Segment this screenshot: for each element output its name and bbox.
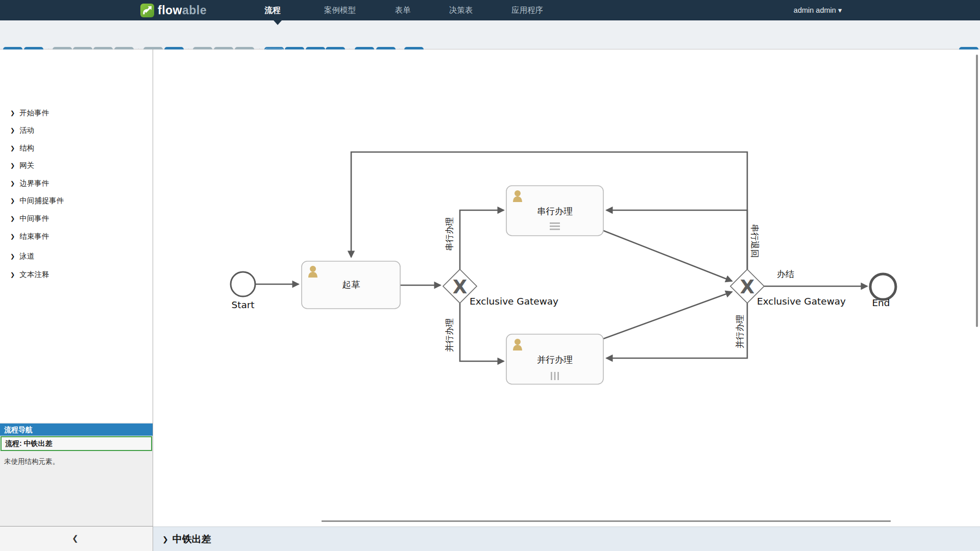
process-navigator-current[interactable]: 流程: 中铁出差 (1, 436, 152, 451)
horizontal-scrollbar[interactable] (322, 520, 891, 522)
tab-forms[interactable]: 表单 (395, 0, 411, 20)
start-event[interactable] (231, 272, 255, 296)
chevron-right-icon: ❯ (10, 197, 15, 204)
bpmn-canvas[interactable]: Start 起草 X Exclusive Gateway 串行办理 (153, 49, 980, 527)
chevron-right-icon: ❯ (10, 110, 15, 116)
tab-decision-tables[interactable]: 决策表 (449, 0, 473, 20)
palette-group-start-events[interactable]: ❯开始事件 (0, 104, 153, 121)
flow-label-to-parallel: 并行办理 (445, 318, 454, 352)
editor-toolbar: 1 ? (0, 20, 980, 49)
sidebar-footer: ❮ (0, 526, 153, 551)
end-event[interactable] (870, 274, 896, 299)
palette-group-swimlanes[interactable]: ❯泳道 (0, 247, 153, 265)
process-navigator-panel: 流程导航 流程: 中铁出差 未使用结构元素。 (0, 422, 153, 526)
user-task-draft[interactable]: 起草 (302, 261, 400, 309)
chevron-right-icon: ❯ (10, 127, 15, 134)
chevron-right-icon: ❯ (10, 162, 15, 169)
chevron-down-icon: ▾ (838, 6, 842, 14)
palette-sidebar: ❯开始事件 ❯活动 ❯结构 ❯网关 ❯边界事件 ❯中间捕捉事件 ❯中间事件 ❯结… (0, 49, 153, 527)
palette-group-structure[interactable]: ❯结构 (0, 139, 153, 157)
flow-parallel-to-gateway2[interactable] (603, 292, 732, 339)
flowable-logo-text: flowable (158, 4, 207, 17)
flow-label-serial-return: 串行退回 (750, 224, 760, 258)
palette-group-gateways[interactable]: ❯网关 (0, 157, 153, 174)
task-label: 起草 (342, 280, 360, 290)
chevron-right-icon[interactable]: ❯ (162, 535, 168, 543)
flow-gateway1-to-parallel[interactable] (460, 303, 504, 361)
start-event-label: Start (231, 299, 254, 310)
gateway-x-glyph: X (740, 276, 755, 298)
gateway1-label: Exclusive Gateway (470, 296, 558, 307)
collapse-sidebar-button[interactable]: ❮ (72, 534, 79, 543)
process-navigator-note: 未使用结构元素。 (4, 457, 59, 466)
palette-group-end-events[interactable]: ❯结束事件 (0, 228, 153, 245)
chevron-right-icon: ❯ (10, 253, 15, 260)
tab-processes[interactable]: 流程 (265, 0, 281, 20)
process-title: 中铁出差 (173, 533, 211, 546)
flow-label-parallel-return: 并行办理 (735, 315, 745, 348)
palette-group-intermediate-catching-events[interactable]: ❯中间捕捉事件 (0, 192, 153, 209)
sequence-flows[interactable] (255, 152, 867, 361)
vertical-scrollbar[interactable] (976, 55, 978, 327)
task-label: 并行办理 (537, 355, 573, 365)
top-navbar: flowable 流程 案例模型 表单 决策表 应用程序 admin admin… (0, 0, 980, 20)
flow-label-to-serial: 串行办理 (445, 217, 454, 251)
flow-label-finish: 办结 (777, 269, 794, 279)
user-task-parallel[interactable]: 并行办理 (506, 334, 603, 384)
chevron-right-icon: ❯ (10, 145, 15, 152)
palette-group-intermediate-events[interactable]: ❯中间事件 (0, 210, 153, 227)
tab-apps[interactable]: 应用程序 (511, 0, 543, 20)
palette-group-text-annotation[interactable]: ❯文本注释 (0, 266, 153, 283)
task-label: 串行办理 (537, 206, 573, 216)
sequential-multi-instance-icon (550, 222, 560, 230)
user-menu[interactable]: admin admin ▾ (794, 0, 842, 20)
palette-group-boundary-events[interactable]: ❯边界事件 (0, 174, 153, 192)
process-breadcrumb-bar: ❯ 中铁出差 (153, 527, 980, 551)
flowable-logo-icon (140, 4, 154, 17)
gateway2-label: Exclusive Gateway (757, 296, 846, 307)
chevron-right-icon: ❯ (10, 215, 15, 222)
active-tab-caret (274, 20, 282, 25)
process-navigator-header: 流程导航 (0, 423, 153, 436)
flow-serial-to-gateway2[interactable] (603, 231, 732, 281)
chevron-right-icon: ❯ (10, 271, 15, 278)
tab-case-models[interactable]: 案例模型 (324, 0, 356, 20)
palette-group-activities[interactable]: ❯活动 (0, 121, 153, 139)
chevron-right-icon: ❯ (10, 233, 15, 240)
gateway-x-glyph: X (453, 276, 468, 298)
user-task-serial[interactable]: 串行办理 (506, 186, 603, 236)
flowable-logo[interactable]: flowable (140, 3, 207, 17)
end-event-label: End (872, 297, 890, 308)
chevron-right-icon: ❯ (10, 180, 15, 187)
flow-gateway1-to-serial[interactable] (460, 210, 504, 269)
parallel-multi-instance-icon (551, 372, 559, 380)
